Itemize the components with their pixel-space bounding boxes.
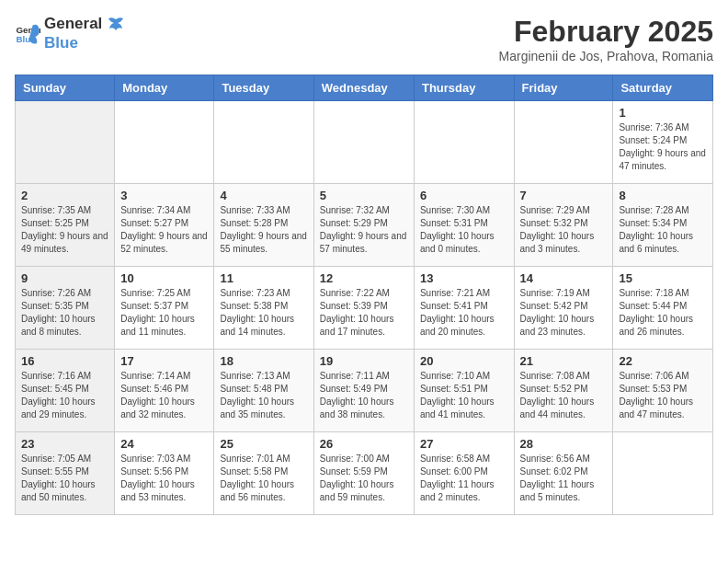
header: General Blue General Blue February 2025 … — [15, 15, 713, 63]
day-cell — [214, 101, 313, 184]
day-info: Sunrise: 7:11 AM Sunset: 5:49 PM Dayligh… — [320, 370, 408, 421]
day-info: Sunrise: 7:29 AM Sunset: 5:32 PM Dayligh… — [520, 204, 608, 256]
day-cell: 14Sunrise: 7:19 AM Sunset: 5:42 PM Dayli… — [514, 267, 613, 350]
week-row-2: 2Sunrise: 7:35 AM Sunset: 5:25 PM Daylig… — [16, 184, 713, 267]
day-info: Sunrise: 7:10 AM Sunset: 5:51 PM Dayligh… — [420, 370, 508, 421]
day-header-wednesday: Wednesday — [313, 75, 414, 101]
day-info: Sunrise: 7:08 AM Sunset: 5:52 PM Dayligh… — [520, 370, 608, 421]
day-number: 9 — [21, 271, 108, 285]
day-number: 1 — [619, 106, 707, 120]
calendar: SundayMondayTuesdayWednesdayThursdayFrid… — [15, 75, 713, 515]
day-info: Sunrise: 7:36 AM Sunset: 5:24 PM Dayligh… — [619, 121, 707, 173]
logo-icon: General Blue — [15, 20, 40, 46]
day-cell: 1Sunrise: 7:36 AM Sunset: 5:24 PM Daylig… — [613, 101, 713, 184]
logo-general: General — [44, 15, 125, 34]
day-info: Sunrise: 7:28 AM Sunset: 5:34 PM Dayligh… — [619, 204, 707, 256]
day-number: 11 — [220, 271, 307, 285]
day-cell: 20Sunrise: 7:10 AM Sunset: 5:51 PM Dayli… — [414, 350, 514, 432]
day-cell: 13Sunrise: 7:21 AM Sunset: 5:41 PM Dayli… — [414, 267, 514, 350]
location: Marginenii de Jos, Prahova, Romania — [499, 49, 713, 63]
svg-text:Blue: Blue — [16, 34, 36, 44]
day-info: Sunrise: 6:56 AM Sunset: 6:02 PM Dayligh… — [520, 453, 608, 504]
day-cell: 3Sunrise: 7:34 AM Sunset: 5:27 PM Daylig… — [115, 184, 214, 267]
day-number: 12 — [320, 271, 408, 285]
day-number: 7 — [520, 189, 608, 202]
day-header-sunday: Sunday — [16, 75, 115, 101]
day-cell: 22Sunrise: 7:06 AM Sunset: 5:53 PM Dayli… — [613, 350, 713, 432]
week-row-4: 16Sunrise: 7:16 AM Sunset: 5:45 PM Dayli… — [16, 350, 713, 432]
day-cell — [16, 101, 115, 184]
title-area: February 2025 Marginenii de Jos, Prahova… — [499, 15, 713, 63]
day-cell — [514, 101, 613, 184]
day-number: 3 — [120, 189, 208, 202]
day-info: Sunrise: 7:13 AM Sunset: 5:48 PM Dayligh… — [220, 370, 307, 421]
day-cell: 21Sunrise: 7:08 AM Sunset: 5:52 PM Dayli… — [514, 350, 613, 432]
week-row-3: 9Sunrise: 7:26 AM Sunset: 5:35 PM Daylig… — [16, 267, 713, 350]
day-number: 22 — [619, 354, 707, 368]
day-cell: 9Sunrise: 7:26 AM Sunset: 5:35 PM Daylig… — [16, 267, 115, 350]
day-number: 24 — [120, 437, 208, 451]
day-info: Sunrise: 7:34 AM Sunset: 5:27 PM Dayligh… — [120, 204, 208, 256]
day-number: 5 — [320, 189, 408, 202]
day-info: Sunrise: 7:03 AM Sunset: 5:56 PM Dayligh… — [120, 453, 208, 504]
day-number: 13 — [420, 271, 508, 285]
day-number: 19 — [320, 354, 408, 368]
day-cell: 2Sunrise: 7:35 AM Sunset: 5:25 PM Daylig… — [16, 184, 115, 267]
day-info: Sunrise: 7:30 AM Sunset: 5:31 PM Dayligh… — [420, 204, 508, 256]
day-info: Sunrise: 7:22 AM Sunset: 5:39 PM Dayligh… — [320, 287, 408, 339]
day-cell — [313, 101, 414, 184]
day-cell — [613, 432, 713, 515]
day-info: Sunrise: 7:01 AM Sunset: 5:58 PM Dayligh… — [220, 453, 307, 504]
day-cell: 18Sunrise: 7:13 AM Sunset: 5:48 PM Dayli… — [214, 350, 313, 432]
day-cell: 25Sunrise: 7:01 AM Sunset: 5:58 PM Dayli… — [214, 432, 313, 515]
day-number: 27 — [420, 437, 508, 451]
day-header-friday: Friday — [514, 75, 613, 101]
day-cell: 8Sunrise: 7:28 AM Sunset: 5:34 PM Daylig… — [613, 184, 713, 267]
day-info: Sunrise: 7:05 AM Sunset: 5:55 PM Dayligh… — [21, 453, 108, 504]
week-row-5: 23Sunrise: 7:05 AM Sunset: 5:55 PM Dayli… — [16, 432, 713, 515]
logo-blue: Blue — [44, 34, 125, 52]
day-info: Sunrise: 7:23 AM Sunset: 5:38 PM Dayligh… — [220, 287, 307, 339]
day-cell — [414, 101, 514, 184]
day-header-monday: Monday — [115, 75, 214, 101]
day-info: Sunrise: 7:06 AM Sunset: 5:53 PM Dayligh… — [619, 370, 707, 421]
page-container: General Blue General Blue February 2025 … — [15, 15, 713, 515]
day-cell: 6Sunrise: 7:30 AM Sunset: 5:31 PM Daylig… — [414, 184, 514, 267]
day-cell: 11Sunrise: 7:23 AM Sunset: 5:38 PM Dayli… — [214, 267, 313, 350]
day-cell: 7Sunrise: 7:29 AM Sunset: 5:32 PM Daylig… — [514, 184, 613, 267]
day-number: 23 — [21, 437, 108, 451]
day-info: Sunrise: 7:16 AM Sunset: 5:45 PM Dayligh… — [21, 370, 108, 421]
day-number: 10 — [120, 271, 208, 285]
day-info: Sunrise: 7:00 AM Sunset: 5:59 PM Dayligh… — [320, 453, 408, 504]
day-number: 25 — [220, 437, 307, 451]
day-number: 8 — [619, 189, 707, 202]
day-number: 20 — [420, 354, 508, 368]
day-info: Sunrise: 7:25 AM Sunset: 5:37 PM Dayligh… — [120, 287, 208, 339]
day-number: 16 — [21, 354, 108, 368]
day-cell: 28Sunrise: 6:56 AM Sunset: 6:02 PM Dayli… — [514, 432, 613, 515]
day-info: Sunrise: 7:18 AM Sunset: 5:44 PM Dayligh… — [619, 287, 707, 339]
day-cell: 24Sunrise: 7:03 AM Sunset: 5:56 PM Dayli… — [115, 432, 214, 515]
day-number: 17 — [120, 354, 208, 368]
day-cell: 4Sunrise: 7:33 AM Sunset: 5:28 PM Daylig… — [214, 184, 313, 267]
day-cell: 26Sunrise: 7:00 AM Sunset: 5:59 PM Dayli… — [313, 432, 414, 515]
day-number: 4 — [220, 189, 307, 202]
day-info: Sunrise: 7:19 AM Sunset: 5:42 PM Dayligh… — [520, 287, 608, 339]
day-number: 14 — [520, 271, 608, 285]
day-cell: 5Sunrise: 7:32 AM Sunset: 5:29 PM Daylig… — [313, 184, 414, 267]
day-info: Sunrise: 6:58 AM Sunset: 6:00 PM Dayligh… — [420, 453, 508, 504]
day-number: 28 — [520, 437, 608, 451]
day-header-saturday: Saturday — [613, 75, 713, 101]
day-info: Sunrise: 7:35 AM Sunset: 5:25 PM Dayligh… — [21, 204, 108, 256]
logo: General Blue General Blue — [15, 15, 125, 52]
calendar-header-row: SundayMondayTuesdayWednesdayThursdayFrid… — [16, 75, 713, 101]
day-cell: 12Sunrise: 7:22 AM Sunset: 5:39 PM Dayli… — [313, 267, 414, 350]
day-header-tuesday: Tuesday — [214, 75, 313, 101]
day-cell: 10Sunrise: 7:25 AM Sunset: 5:37 PM Dayli… — [115, 267, 214, 350]
day-cell: 27Sunrise: 6:58 AM Sunset: 6:00 PM Dayli… — [414, 432, 514, 515]
day-info: Sunrise: 7:14 AM Sunset: 5:46 PM Dayligh… — [120, 370, 208, 421]
day-cell: 19Sunrise: 7:11 AM Sunset: 5:49 PM Dayli… — [313, 350, 414, 432]
day-cell: 23Sunrise: 7:05 AM Sunset: 5:55 PM Dayli… — [16, 432, 115, 515]
calendar-body: 1Sunrise: 7:36 AM Sunset: 5:24 PM Daylig… — [16, 101, 713, 515]
day-cell — [115, 101, 214, 184]
